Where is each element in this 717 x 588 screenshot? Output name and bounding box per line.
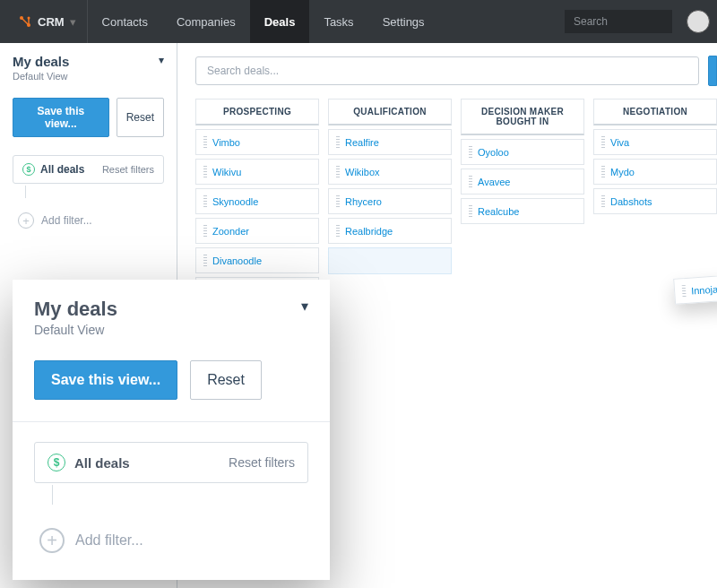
deal-link[interactable]: Viva bbox=[610, 137, 629, 148]
deal-link[interactable]: Realbridge bbox=[345, 226, 393, 237]
zoom-reset-filters-link[interactable]: Reset filters bbox=[229, 455, 295, 470]
board-column: PROSPECTINGVimboWikivuSkynoodleZoonderDi… bbox=[195, 99, 319, 303]
tree-connector bbox=[25, 186, 164, 198]
primary-action-button[interactable] bbox=[708, 56, 717, 86]
avatar[interactable] bbox=[687, 10, 710, 33]
deal-card[interactable]: Wikibox bbox=[328, 159, 452, 185]
drag-handle-icon bbox=[601, 166, 605, 177]
drag-handle-icon bbox=[469, 205, 472, 217]
drag-handle-icon bbox=[203, 136, 207, 148]
zoom-view-subtitle: Default View bbox=[34, 323, 117, 337]
deal-link[interactable]: Skynoodle bbox=[212, 196, 258, 207]
nav-deals[interactable]: Deals bbox=[250, 0, 310, 43]
deal-card[interactable]: Zoonder bbox=[195, 218, 319, 244]
brand-label: CRM bbox=[38, 15, 65, 29]
chevron-down-icon: ▾ bbox=[301, 298, 308, 315]
chevron-down-icon: ▾ bbox=[70, 15, 76, 29]
drag-handle-icon bbox=[203, 255, 207, 266]
zoom-filter-chip-all-deals[interactable]: $ All deals Reset filters bbox=[34, 442, 308, 483]
deal-card[interactable]: Viva bbox=[593, 129, 717, 155]
deal-card[interactable]: Skynoodle bbox=[195, 188, 319, 214]
column-header: PROSPECTING bbox=[195, 99, 319, 125]
reset-filters-link[interactable]: Reset filters bbox=[102, 164, 154, 175]
zoom-add-filter-label: Add filter... bbox=[75, 532, 143, 549]
svg-line-3 bbox=[22, 18, 29, 25]
deal-link[interactable]: Avavee bbox=[478, 177, 511, 187]
zoom-reset-button[interactable]: Reset bbox=[190, 360, 262, 400]
deal-card[interactable]: Realfire bbox=[328, 129, 452, 155]
drag-handle-icon bbox=[336, 166, 340, 177]
drag-handle-icon bbox=[336, 225, 340, 237]
nav-contacts[interactable]: Contacts bbox=[88, 0, 162, 43]
filter-chip-all-deals[interactable]: $ All deals Reset filters bbox=[13, 155, 164, 184]
plus-icon: + bbox=[18, 212, 34, 229]
deal-card[interactable]: Oyoloo bbox=[461, 139, 584, 165]
hubspot-icon bbox=[18, 14, 32, 29]
tree-connector bbox=[52, 485, 308, 505]
column-header: QUALIFICATION bbox=[328, 99, 452, 125]
view-title: My deals bbox=[13, 54, 69, 69]
deal-card[interactable]: Avavee bbox=[461, 169, 584, 195]
drag-handle-icon bbox=[682, 285, 687, 297]
deal-card[interactable]: Divanoodle bbox=[195, 247, 319, 273]
deal-card[interactable]: Dabshots bbox=[593, 188, 717, 214]
deal-link[interactable]: Zoonder bbox=[212, 226, 249, 237]
board-column: DECISION MAKER BOUGHT INOyolooAvaveeReal… bbox=[461, 99, 584, 303]
deal-link[interactable]: Wikibox bbox=[345, 167, 380, 177]
add-filter-button[interactable]: + Add filter... bbox=[13, 212, 164, 229]
deal-link[interactable]: Wikivu bbox=[212, 167, 241, 177]
add-filter-label: Add filter... bbox=[41, 214, 92, 227]
brand-menu[interactable]: CRM ▾ bbox=[7, 0, 88, 43]
drag-handle-icon bbox=[203, 195, 207, 207]
nav-settings[interactable]: Settings bbox=[368, 0, 439, 43]
deal-link[interactable]: Innojam bbox=[691, 282, 717, 296]
drag-handle-icon bbox=[601, 195, 605, 207]
deal-link[interactable]: Dabshots bbox=[610, 196, 652, 207]
view-subtitle: Default View bbox=[13, 71, 69, 82]
chevron-down-icon: ▾ bbox=[159, 54, 164, 66]
zoom-filter-label: All deals bbox=[74, 455, 130, 471]
deal-link[interactable]: Mydo bbox=[610, 167, 635, 177]
deal-link[interactable]: Rhycero bbox=[345, 196, 382, 207]
drag-handle-icon bbox=[469, 176, 472, 187]
top-nav: CRM ▾ Contacts Companies Deals Tasks Set… bbox=[0, 0, 717, 43]
dollar-icon: $ bbox=[22, 163, 35, 176]
deal-link[interactable]: Divanoodle bbox=[212, 255, 262, 266]
drop-slot[interactable] bbox=[328, 247, 452, 274]
reset-button[interactable]: Reset bbox=[117, 98, 164, 137]
deal-card[interactable]: Wikivu bbox=[195, 159, 319, 185]
global-search-input[interactable] bbox=[565, 10, 672, 33]
deal-link[interactable]: Oyoloo bbox=[478, 147, 509, 158]
deal-card[interactable]: Mydo bbox=[593, 159, 717, 185]
board-column: NEGOTIATIONVivaMydoDabshots bbox=[593, 99, 717, 303]
zoom-view-selector[interactable]: My deals Default View ▾ bbox=[34, 298, 308, 337]
deal-card[interactable]: Realbridge bbox=[328, 218, 452, 244]
drag-handle-icon bbox=[203, 166, 207, 177]
deal-link[interactable]: Realcube bbox=[478, 206, 519, 217]
view-selector[interactable]: My deals Default View ▾ bbox=[13, 54, 164, 82]
column-header: NEGOTIATION bbox=[593, 99, 717, 125]
board-column: QUALIFICATIONRealfireWikiboxRhyceroRealb… bbox=[328, 99, 452, 303]
dollar-icon: $ bbox=[48, 454, 65, 471]
deal-card[interactable]: Rhycero bbox=[328, 188, 452, 214]
plus-icon: + bbox=[39, 528, 65, 553]
save-view-button[interactable]: Save this view... bbox=[13, 98, 109, 137]
zoom-add-filter-button[interactable]: + Add filter... bbox=[34, 528, 308, 553]
zoom-save-view-button[interactable]: Save this view... bbox=[34, 360, 177, 400]
nav-companies[interactable]: Companies bbox=[162, 0, 250, 43]
zoom-panel: My deals Default View ▾ Save this view..… bbox=[13, 280, 330, 580]
drag-handle-icon bbox=[336, 136, 340, 148]
deal-card[interactable]: Realcube bbox=[461, 198, 584, 224]
drag-handle-icon bbox=[469, 146, 472, 158]
column-header: DECISION MAKER BOUGHT IN bbox=[461, 99, 584, 135]
filter-label: All deals bbox=[40, 163, 84, 176]
deal-link[interactable]: Realfire bbox=[345, 137, 379, 148]
drag-handle-icon bbox=[203, 225, 207, 237]
deal-card[interactable]: Vimbo bbox=[195, 129, 319, 155]
nav-tasks[interactable]: Tasks bbox=[309, 0, 367, 43]
deal-link[interactable]: Vimbo bbox=[212, 137, 240, 148]
deals-search-input[interactable] bbox=[195, 56, 699, 85]
drag-handle-icon bbox=[336, 195, 340, 207]
zoom-view-title: My deals bbox=[34, 298, 117, 321]
drag-handle-icon bbox=[601, 136, 605, 148]
